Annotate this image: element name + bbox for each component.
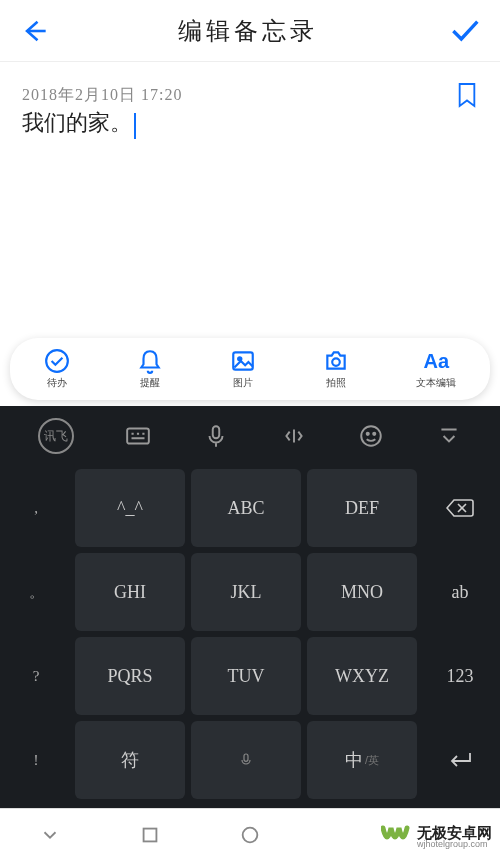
svg-point-3: [332, 358, 340, 366]
tool-camera[interactable]: 拍照: [323, 348, 349, 390]
svg-point-6: [362, 426, 382, 446]
tool-reminder[interactable]: 提醒: [137, 348, 163, 390]
key-mno[interactable]: MNO: [307, 553, 417, 631]
edit-toolbar: 待办 提醒 图片 拍照 Aa 文本编辑: [10, 338, 490, 400]
text-cursor: [134, 113, 136, 139]
key-exclaim[interactable]: !: [3, 721, 69, 799]
bell-icon: [137, 348, 163, 374]
key-tuv[interactable]: TUV: [191, 637, 301, 715]
key-period[interactable]: 。: [3, 553, 69, 631]
ime-logo-icon[interactable]: 讯飞: [38, 418, 74, 454]
watermark-logo-icon: [381, 824, 413, 850]
camera-icon: [323, 348, 349, 374]
collapse-keyboard-icon[interactable]: [436, 423, 462, 449]
tool-image[interactable]: 图片: [230, 348, 256, 390]
cursor-move-icon[interactable]: [281, 423, 307, 449]
svg-rect-9: [244, 754, 248, 761]
key-pqrs[interactable]: PQRS: [75, 637, 185, 715]
watermark: 无极安卓网 wjhotelgroup.com: [381, 824, 492, 850]
key-ghi[interactable]: GHI: [75, 553, 185, 631]
keyboard-layout-icon[interactable]: [125, 423, 151, 449]
back-icon[interactable]: [20, 17, 48, 45]
emoji-icon[interactable]: [358, 423, 384, 449]
key-def[interactable]: DEF: [307, 469, 417, 547]
svg-rect-4: [128, 428, 150, 443]
key-backspace[interactable]: [423, 469, 497, 547]
tool-text-edit[interactable]: Aa 文本编辑: [416, 348, 456, 390]
key-comma[interactable]: ,: [3, 469, 69, 547]
svg-rect-10: [144, 828, 157, 841]
svg-point-7: [367, 433, 369, 435]
mic-small-icon: [238, 752, 254, 768]
watermark-title: 无极安卓网: [417, 825, 492, 840]
backspace-icon: [446, 498, 474, 518]
key-language[interactable]: 中/英: [307, 721, 417, 799]
svg-point-0: [46, 350, 68, 372]
tool-todo[interactable]: 待办: [44, 348, 70, 390]
note-body[interactable]: 我们的家。: [22, 108, 478, 139]
key-123-mode[interactable]: 123: [423, 637, 497, 715]
key-wxyz[interactable]: WXYZ: [307, 637, 417, 715]
confirm-icon[interactable]: [448, 15, 480, 47]
key-ab-mode[interactable]: ab: [423, 553, 497, 631]
svg-rect-5: [213, 426, 220, 438]
enter-icon: [447, 750, 473, 770]
image-icon: [230, 348, 256, 374]
timestamp: 2018年2月10日 17:20: [22, 85, 182, 106]
nav-recent-icon[interactable]: [139, 824, 161, 846]
keyboard: 讯飞 , ^_^ ABC DEF 。 GHI JKL MNO ab ? PQRS…: [0, 406, 500, 808]
watermark-url: wjhotelgroup.com: [417, 840, 492, 849]
page-title: 编辑备忘录: [178, 15, 318, 47]
key-symbols[interactable]: 符: [75, 721, 185, 799]
bookmark-icon[interactable]: [456, 82, 478, 108]
check-circle-icon: [44, 348, 70, 374]
nav-home-icon[interactable]: [239, 824, 261, 846]
svg-point-8: [374, 433, 376, 435]
microphone-icon[interactable]: [203, 423, 229, 449]
nav-hide-keyboard-icon[interactable]: [39, 824, 61, 846]
svg-point-11: [243, 827, 258, 842]
key-emoticon[interactable]: ^_^: [75, 469, 185, 547]
key-abc[interactable]: ABC: [191, 469, 301, 547]
key-question[interactable]: ?: [3, 637, 69, 715]
key-enter[interactable]: [423, 721, 497, 799]
note-text: 我们的家。: [22, 110, 132, 135]
text-aa-icon: Aa: [424, 348, 450, 374]
key-space[interactable]: [191, 721, 301, 799]
key-jkl[interactable]: JKL: [191, 553, 301, 631]
